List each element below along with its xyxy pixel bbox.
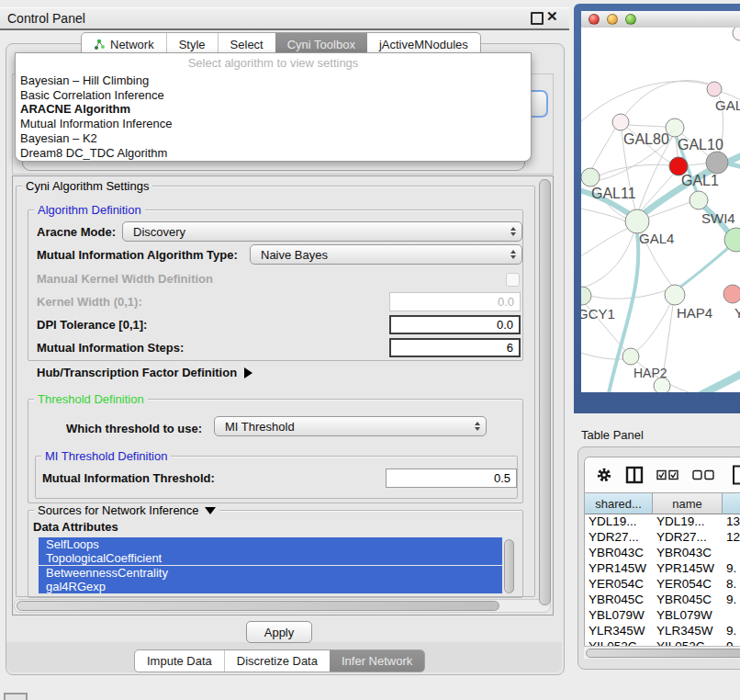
algorithm-option[interactable]: Bayesian – Hill Climbing [16,73,531,88]
table-row[interactable]: YBR043CYBR043C [585,546,740,561]
attribute-item-selected[interactable]: BetweennessCentrality [39,566,502,580]
table-row-partial[interactable]: YIL052CYIL052C9 [585,639,740,646]
table-hscroll-track[interactable] [584,646,740,659]
node-hap2[interactable] [622,348,639,365]
sources-title-row[interactable]: Sources for Network Inference [34,503,219,517]
control-panel-titlebar: Control Panel [0,7,569,30]
settings-horizontal-scrollbar[interactable] [17,601,499,611]
hub-definition-expander[interactable]: Hub/Transcription Factor Definition [37,366,252,379]
algorithm-definition-title: Algorithm Definition [34,203,145,217]
table-row[interactable]: YBL079WYBL079W [585,608,740,624]
attribute-item-selected[interactable]: gal4RGexp [39,580,502,593]
table-row[interactable]: YBR045CYBR045C9. [585,593,740,608]
algorithm-option[interactable]: Basic Correlation Inference [16,88,531,103]
tab-label: Discretize Data [237,654,318,668]
dpi-tolerance-field[interactable]: 0.0 [389,315,521,334]
tab-infer-network[interactable]: Infer Network [330,650,424,672]
settings-vertical-scrollbar[interactable] [539,179,551,605]
table-row[interactable]: YER054CYER054C8. [585,577,740,593]
table-row[interactable]: YDR27...YDR27...12 [585,530,740,546]
select-all-checkboxes-icon[interactable] [656,469,679,480]
mi-type-label: Mutual Information Algorithm Type: [37,248,238,262]
zoom-traffic-light-icon[interactable] [625,14,636,25]
minimize-traffic-light-icon[interactable] [607,14,618,25]
algorithm-option[interactable]: Bayesian – K2 [16,131,531,146]
deselect-all-checkboxes-icon[interactable] [692,469,715,480]
gear-icon[interactable] [596,467,612,483]
threshold-definition-title: Threshold Definition [34,392,148,406]
dpi-tolerance-label: DPI Tolerance [0,1]: [37,318,147,332]
manual-kernel-checkbox[interactable] [506,273,520,287]
node-label: GAL11 [591,186,636,201]
columns-icon[interactable] [625,466,644,484]
sources-title: Sources for Network Inference [38,503,199,517]
attribute-list-scrollbar[interactable] [504,539,514,593]
mi-steps-field[interactable]: 6 [389,338,521,357]
node-hap4[interactable] [665,285,685,305]
tab-label: Cyni Toolbox [287,38,355,51]
tab-discretize-data[interactable]: Discretize Data [224,650,330,672]
cyni-settings-title: Cyni Algorithm Settings [22,179,152,193]
table-row[interactable]: YLR345WYLR345W9. [585,624,740,639]
aracne-mode-select[interactable]: Discovery [122,221,522,242]
which-threshold-label: Which threshold to use: [66,422,202,435]
attribute-item-selected[interactable]: SelfLoops [39,537,502,551]
node-table: shared... name YDL19...YDL19...13 YDR27.… [584,493,740,646]
algorithm-option[interactable]: Mutual Information Inference [16,117,531,131]
kernel-width-field: 0.0 [389,292,521,311]
manual-kernel-label: Manual Kernel Width Definition [37,272,213,286]
hub-definition-label: Hub/Transcription Factor Definition [37,366,237,379]
node-label: GAL80 [623,131,669,147]
column-header-partial[interactable] [723,493,740,514]
new-file-icon[interactable] [732,465,740,485]
tab-label: Network [110,38,154,51]
table-panel-title: Table Panel [581,428,644,442]
mi-type-select[interactable]: Naive Bayes [250,244,522,265]
which-threshold-select[interactable]: MI Threshold [214,416,487,436]
tab-label: Infer Network [342,654,412,668]
mi-steps-label: Mutual Information Steps: [37,341,184,355]
float-window-icon[interactable] [531,12,544,25]
tab-label: Style [179,38,206,51]
algorithm-dropdown-popup: Select algorithm to view settings Bayesi… [15,52,532,162]
table-header-row: shared... name [585,493,740,514]
aracne-mode-label: Aracne Mode: [37,225,116,239]
tab-impute-data[interactable]: Impute Data [135,650,224,672]
table-toolbar [584,457,740,493]
table-horizontal-scrollbar[interactable] [586,649,740,658]
stepper-icon [510,227,516,236]
node-salmon[interactable] [723,285,740,303]
node-gal11[interactable] [581,168,600,186]
node-label: GAL10 [678,137,723,152]
node-unlabeled-top[interactable] [733,28,740,40]
expand-arrow-icon [244,367,252,378]
attribute-item-selected[interactable]: TopologicalCoefficient [39,551,502,565]
close-traffic-light-icon[interactable] [589,14,600,25]
node-swi4[interactable] [690,191,708,209]
node-gcy1[interactable] [581,287,591,305]
network-window-titlebar[interactable] [581,11,740,28]
node-gal80[interactable] [612,114,629,130]
network-view-canvas[interactable]: GAL GAL80 GAL10 GAL1 GAL11 SWI4 GAL4 HAP… [581,28,740,392]
collapse-arrow-icon [205,507,216,514]
collapsed-panel-button[interactable] [4,693,28,700]
apply-button[interactable]: Apply [246,621,312,643]
node-label: GCY1 [581,306,615,322]
algorithm-option[interactable]: Dream8 DC_TDC Algorithm [16,146,531,161]
column-header-shared[interactable]: shared... [585,493,653,514]
tab-label: jActiveMNodules [379,38,468,51]
kernel-width-label: Kernel Width (0,1): [37,295,142,309]
mi-threshold-field[interactable]: 0.5 [386,469,517,488]
network-graph: GAL GAL80 GAL10 GAL1 GAL11 SWI4 GAL4 HAP… [581,28,740,392]
algorithm-option-highlighted[interactable]: ARACNE Algorithm [16,102,531,117]
close-icon[interactable]: ✕ [546,8,558,25]
column-header-name[interactable]: name [653,493,723,514]
table-row[interactable]: YPR145WYPR145W9. [585,561,740,577]
network-icon [94,39,106,51]
control-panel-title: Control Panel [7,11,85,26]
table-row[interactable]: YDL19...YDL19...13 [585,514,740,530]
node-gal-partial[interactable] [707,82,722,96]
node-gray[interactable] [706,152,728,174]
stepper-icon [475,422,480,431]
mi-threshold-label: Mutual Information Threshold: [42,471,215,485]
